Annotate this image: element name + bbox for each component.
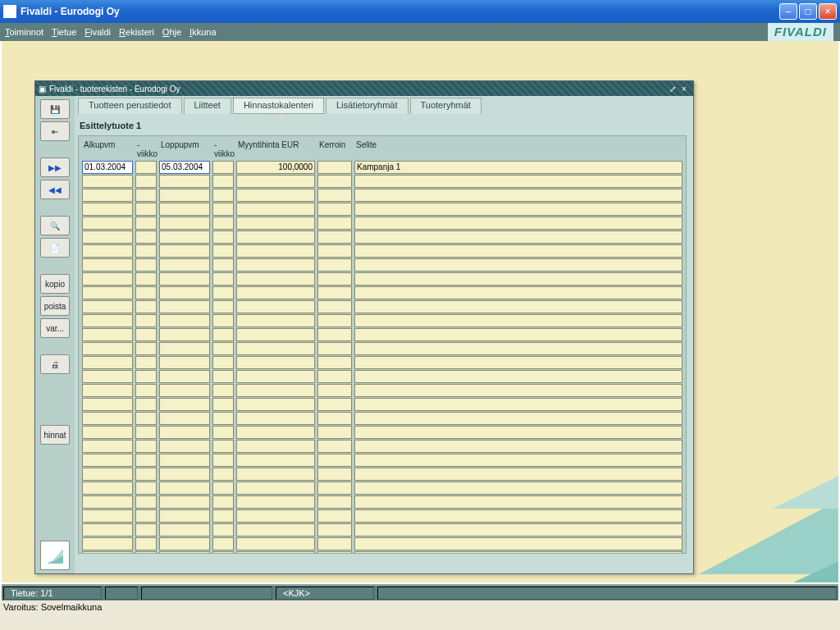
cell-empty[interactable] [236,482,315,495]
cell-empty[interactable] [354,189,682,202]
cell-empty[interactable] [82,370,133,383]
cell-empty[interactable] [82,300,133,313]
cell-empty[interactable] [82,440,133,453]
var-button[interactable]: var... [40,318,70,338]
cell-empty[interactable] [212,286,234,299]
cell-empty[interactable] [236,440,315,453]
cell-empty[interactable] [317,314,352,327]
close-button[interactable]: × [819,3,837,20]
menu-tietue[interactable]: Tietue [52,27,76,37]
cell-empty[interactable] [159,189,210,202]
cell-empty[interactable] [236,426,315,439]
cell-empty[interactable] [159,495,210,509]
cell-empty[interactable] [236,300,315,313]
cell-empty[interactable] [82,468,133,481]
grid-row[interactable] [82,468,682,481]
cell-empty[interactable] [135,231,157,244]
cell-empty[interactable] [212,412,234,425]
cell-hinta[interactable]: 100,0000 [236,161,315,174]
cell-empty[interactable] [82,537,133,550]
cell-empty[interactable] [82,412,133,425]
grid-row[interactable] [82,356,682,369]
cell-empty[interactable] [135,384,157,397]
cell-empty[interactable] [135,300,157,313]
cell-empty[interactable] [212,398,234,411]
cell-empty[interactable] [317,189,352,202]
tab-hinnastokalenteri[interactable]: Hinnastokalenteri [233,98,324,114]
cell-empty[interactable] [317,272,352,285]
cell-empty[interactable] [212,189,234,202]
cell-empty[interactable] [135,189,157,202]
cell-empty[interactable] [212,551,234,554]
cell-empty[interactable] [82,551,133,554]
cell-empty[interactable] [354,551,682,554]
grid-row[interactable] [82,328,682,341]
grid-row[interactable] [82,495,682,509]
cell-empty[interactable] [135,342,157,355]
cell-empty[interactable] [159,523,210,536]
cell-empty[interactable] [317,384,352,397]
cell-empty[interactable] [135,426,157,439]
cell-empty[interactable] [354,300,682,313]
cell-empty[interactable] [135,495,157,509]
cell-empty[interactable] [236,328,315,341]
cell-empty[interactable] [212,440,234,453]
cell-empty[interactable] [317,482,352,495]
cell-empty[interactable] [82,356,133,369]
cell-empty[interactable] [135,412,157,425]
grid-row[interactable] [82,189,682,202]
cell-empty[interactable] [236,258,315,272]
cell-empty[interactable] [236,272,315,285]
cell-empty[interactable] [135,551,157,554]
save-button[interactable]: 💾 [40,99,70,119]
cell-empty[interactable] [317,300,352,313]
cell-empty[interactable] [82,231,133,244]
cell-empty[interactable] [212,272,234,285]
cell-empty[interactable] [236,203,315,216]
cell-viikko2[interactable] [212,161,234,174]
cell-empty[interactable] [82,286,133,299]
tab-perustiedot[interactable]: Tuotteen perustiedot [78,98,182,114]
cell-empty[interactable] [212,384,234,397]
cell-empty[interactable] [212,356,234,369]
cell-empty[interactable] [236,342,315,355]
cell-empty[interactable] [236,314,315,327]
cell-empty[interactable] [159,300,210,313]
prev-record-button[interactable]: ◀◀ [40,180,70,199]
cell-empty[interactable] [159,551,210,554]
cell-empty[interactable] [317,356,352,369]
cell-empty[interactable] [317,523,352,536]
print-button[interactable]: 🖨 [40,354,70,374]
cell-empty[interactable] [159,231,210,244]
cell-empty[interactable] [212,314,234,327]
cell-empty[interactable] [317,412,352,425]
cell-empty[interactable] [159,217,210,230]
grid-row[interactable] [82,454,682,467]
cell-empty[interactable] [159,537,210,550]
cell-empty[interactable] [317,258,352,272]
cell-empty[interactable] [135,537,157,550]
cell-empty[interactable] [82,523,133,536]
cell-empty[interactable] [82,426,133,439]
menu-toiminnot[interactable]: Toiminnot [5,27,43,37]
cell-empty[interactable] [135,523,157,536]
cell-empty[interactable] [212,523,234,536]
search-button[interactable]: 🔍 [40,216,70,235]
cell-empty[interactable] [159,258,210,272]
cell-empty[interactable] [317,203,352,216]
cell-empty[interactable] [354,314,682,327]
cell-empty[interactable] [135,258,157,272]
cell-empty[interactable] [236,537,315,550]
cell-empty[interactable] [159,342,210,355]
cell-empty[interactable] [354,356,682,369]
cell-empty[interactable] [82,342,133,355]
cell-empty[interactable] [159,426,210,439]
cell-empty[interactable] [135,356,157,369]
cell-empty[interactable] [354,426,682,439]
grid-row[interactable] [82,440,682,453]
copy-button[interactable]: kopio [40,274,70,294]
grid-row[interactable] [82,286,682,299]
cell-empty[interactable] [236,454,315,467]
cell-empty[interactable] [317,286,352,299]
inner-close-icon[interactable]: × [678,84,690,94]
